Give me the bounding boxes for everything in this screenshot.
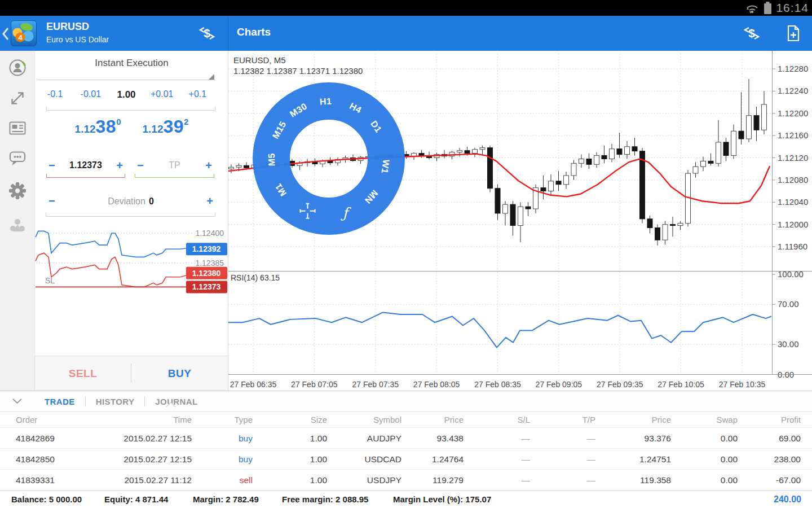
sl-minus-button[interactable]: −	[46, 159, 58, 172]
chart-ohlc-values: 1.12382 1.12387 1.12371 1.12380	[233, 66, 363, 76]
cell-order: 41842869	[16, 428, 55, 449]
cell-symbol: USDCAD	[365, 449, 401, 470]
candle-body	[229, 167, 234, 169]
chat-icon[interactable]	[7, 148, 28, 168]
column-header-profit: Profit	[781, 412, 801, 428]
exchange-icon[interactable]: $	[742, 24, 761, 43]
price-axis-tick: 1.12160	[778, 130, 808, 140]
cell-type: buy	[239, 449, 253, 470]
time-axis-tick: 27 Feb 09:35	[597, 380, 643, 389]
order-row-41842850[interactable]: 418428502015.02.27 12:15buy1.00USDCAD1.2…	[0, 449, 812, 470]
candle-body	[579, 159, 584, 163]
tp-plus-button[interactable]: +	[203, 159, 214, 172]
new-order-icon[interactable]	[784, 24, 803, 43]
sl-plus-button[interactable]: +	[114, 159, 125, 172]
cell-size: 1.00	[310, 470, 327, 491]
ask-price: 1.12392	[143, 116, 189, 137]
community-icon[interactable]	[7, 216, 28, 238]
account-icon[interactable]	[7, 58, 28, 78]
execution-mode-select[interactable]: Instant Execution	[35, 58, 228, 69]
candle-body	[670, 225, 676, 226]
column-header-time: Time	[173, 412, 192, 428]
chart-panel: 1.122801.122401.122001.121601.121201.120…	[228, 51, 812, 391]
candle-body	[716, 142, 721, 163]
candle-body	[594, 156, 599, 165]
dial-timeframe-h1[interactable]: H1	[320, 97, 332, 107]
volume-stepper: -0.1 -0.01 1.00 +0.01 +0.1	[37, 89, 215, 100]
candle-body	[556, 181, 561, 185]
column-header-price: Price	[652, 412, 671, 428]
cell-type: sell	[240, 470, 253, 491]
candle-body	[663, 225, 668, 240]
deviation-plus-button[interactable]: +	[204, 195, 215, 208]
tab-history[interactable]: HISTORY	[96, 397, 135, 406]
sl-value[interactable]: 1.12373	[69, 160, 102, 170]
cell-sl: —	[522, 470, 531, 491]
buy-button[interactable]: BUY	[131, 356, 228, 391]
cell-tp: —	[587, 470, 596, 491]
total-profit: 240.00	[774, 491, 801, 508]
sell-button[interactable]: SELL	[35, 356, 131, 391]
price-axis-tick: 1.12000	[778, 220, 808, 229]
deviation-value: 0	[149, 196, 154, 206]
divider	[37, 80, 215, 80]
candle-body	[655, 228, 660, 240]
tab-trade[interactable]: TRADE	[45, 397, 75, 406]
news-icon[interactable]	[7, 118, 28, 138]
tp-minus-button[interactable]: −	[135, 159, 146, 172]
timeframe-dial: M1M5M15M30H1H4D1W1MNƒ	[267, 97, 391, 221]
dial-timeframe-w1[interactable]: W1	[379, 159, 391, 174]
chart-symbol-label: EURUSD, M5	[233, 55, 286, 65]
cell-order: 41839331	[16, 470, 55, 491]
column-header-price: Price	[444, 412, 464, 428]
app-bar: 4 EURUSD Euro vs US Dollar $ Charts $	[0, 16, 812, 51]
time-axis-tick: 27 Feb 10:05	[657, 380, 704, 389]
terminal-tabs: TRADE HISTORY JOURNAL	[0, 391, 812, 412]
candle-body	[465, 151, 470, 154]
exchange-icon[interactable]: $	[197, 24, 217, 43]
cell-tp: —	[587, 428, 596, 449]
price-axis-tick: 1.12240	[778, 86, 808, 95]
candle-body	[586, 159, 592, 164]
candle-body	[328, 161, 333, 163]
chevron-down-icon[interactable]	[12, 398, 22, 404]
dial-timeframe-m5[interactable]: M5	[267, 153, 276, 167]
price-chart[interactable]: 1.122801.122401.122001.121601.121201.120…	[228, 51, 812, 391]
candle-body	[518, 207, 523, 225]
column-header-order: Order	[16, 412, 37, 428]
price-axis-tick: 1.12200	[778, 108, 808, 118]
candle-body	[678, 224, 683, 226]
price-axis-tick: 1.12040	[778, 197, 808, 207]
rsi-line	[228, 312, 771, 347]
volume-plus-big[interactable]: +0.1	[180, 89, 215, 100]
page-title: Charts	[237, 26, 271, 38]
dropdown-corner-icon	[209, 74, 214, 80]
back-chevron-icon[interactable]	[1, 27, 11, 41]
cell-profit: 69.00	[779, 428, 801, 449]
divider	[144, 396, 145, 406]
tab-journal[interactable]: JOURNAL	[155, 397, 197, 406]
candle-body	[632, 147, 637, 151]
volume-minus-big[interactable]: -0.1	[37, 89, 73, 100]
deviation-minus-button[interactable]: −	[46, 195, 58, 208]
cell-tp: —	[587, 449, 596, 470]
price-badge-label: 1.12392	[192, 244, 221, 253]
bid-price: 1.12380	[75, 116, 121, 137]
volume-plus-small[interactable]: +0.01	[144, 89, 180, 100]
trade-icon[interactable]	[7, 88, 28, 108]
settings-icon[interactable]	[7, 181, 28, 201]
cell-profit: -67.00	[776, 470, 801, 491]
cell-price_open: 1.24764	[432, 449, 464, 470]
rsi-axis-tick: 70.00	[778, 299, 799, 309]
candle-body	[457, 151, 462, 152]
cell-swap: 0.00	[721, 449, 738, 470]
order-row-41839331[interactable]: 418393312015.02.27 11:12sell1.00USDJPY11…	[0, 470, 812, 491]
candle-body	[625, 147, 630, 155]
tp-placeholder[interactable]: TP	[169, 160, 180, 170]
candle-body	[236, 165, 241, 167]
order-row-41842869[interactable]: 418428692015.02.27 12:15buy1.00AUDJPY93.…	[0, 428, 812, 449]
volume-minus-small[interactable]: -0.01	[73, 89, 108, 100]
take-profit-field: − TP +	[135, 158, 214, 173]
deviation-label: Deviation0	[108, 196, 154, 207]
bid-ask-prices: 1.12380 1.12392	[35, 116, 228, 137]
